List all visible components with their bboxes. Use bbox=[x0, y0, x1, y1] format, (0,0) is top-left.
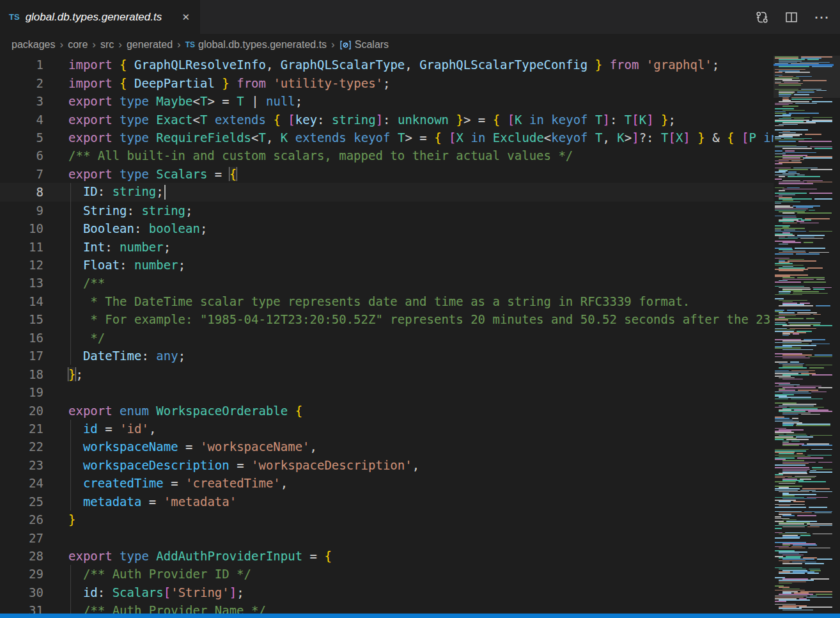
code-line[interactable]: 9 String: string; bbox=[0, 202, 774, 219]
code-line[interactable]: 4export type Exact<T extends { [key: str… bbox=[0, 110, 774, 128]
code-line[interactable]: 11 Int: number; bbox=[0, 237, 774, 255]
indent-guide bbox=[70, 565, 71, 583]
chevron-right-icon: › bbox=[118, 38, 122, 51]
breadcrumb-item-src[interactable]: src bbox=[100, 39, 114, 51]
indent-guide bbox=[70, 420, 71, 438]
indent-guide bbox=[70, 438, 71, 456]
line-number: 9 bbox=[0, 203, 43, 218]
indent-guide bbox=[70, 474, 71, 492]
open-changes-icon[interactable] bbox=[755, 10, 769, 24]
code-line[interactable]: 25 metadata = 'metadata' bbox=[0, 493, 774, 511]
symbol-type-icon bbox=[339, 39, 352, 51]
more-actions-icon[interactable]: ⋯ bbox=[814, 10, 830, 25]
line-number: 16 bbox=[0, 331, 43, 345]
breadcrumb-item-file[interactable]: TS global.db.types.generated.ts bbox=[185, 39, 327, 51]
code-line[interactable]: 31 /** Auth Provider Name */ bbox=[0, 601, 774, 614]
line-number: 26 bbox=[0, 512, 43, 527]
code-line[interactable]: 14 * The DateTime scalar type represents… bbox=[0, 292, 774, 310]
text-cursor bbox=[164, 185, 166, 200]
line-number: 8 bbox=[0, 185, 43, 199]
line-number: 14 bbox=[0, 294, 43, 308]
bottom-highlight-bar bbox=[0, 614, 840, 618]
line-number: 1 bbox=[0, 58, 43, 72]
code-line[interactable]: 7export type Scalars = { bbox=[0, 165, 774, 183]
typescript-file-icon: TS bbox=[185, 40, 195, 49]
indent-guide bbox=[70, 256, 71, 274]
code-line[interactable]: 15 * For example: "1985-04-12T23:20:50.5… bbox=[0, 310, 774, 328]
breadcrumb-file-label: global.db.types.generated.ts bbox=[198, 39, 327, 51]
indent-guide bbox=[70, 202, 71, 219]
tab-title: global.db.types.generated.ts bbox=[26, 11, 174, 24]
indent-guide bbox=[70, 493, 71, 511]
indent-guide bbox=[70, 583, 71, 601]
line-number: 25 bbox=[0, 495, 43, 509]
line-number: 11 bbox=[0, 240, 43, 254]
code-line[interactable]: 10 Boolean: boolean; bbox=[0, 219, 774, 237]
chevron-right-icon: › bbox=[177, 38, 181, 51]
indent-guide bbox=[70, 310, 71, 328]
code-line[interactable]: 5export type RequireFields<T, K extends … bbox=[0, 129, 774, 147]
breadcrumb-item-generated[interactable]: generated bbox=[127, 39, 173, 51]
chevron-right-icon: › bbox=[60, 38, 64, 51]
line-number: 24 bbox=[0, 476, 43, 490]
line-number: 17 bbox=[0, 349, 43, 363]
line-number: 19 bbox=[0, 385, 43, 399]
line-number: 7 bbox=[0, 167, 43, 181]
editor[interactable]: 1import { GraphQLResolveInfo, GraphQLSca… bbox=[0, 56, 840, 614]
code-line[interactable]: 24 createdTime = 'createdTime', bbox=[0, 474, 774, 492]
code-line[interactable]: 26} bbox=[0, 511, 774, 528]
indent-guide bbox=[70, 601, 71, 614]
line-number: 21 bbox=[0, 422, 43, 436]
minimap-content bbox=[775, 56, 834, 614]
breadcrumb-item-packages[interactable]: packages bbox=[12, 39, 56, 51]
minimap-slider[interactable] bbox=[774, 56, 840, 98]
breadcrumb: packages › core › src › generated › TS g… bbox=[0, 34, 840, 56]
code-line[interactable]: 16 */ bbox=[0, 329, 774, 347]
code-line[interactable]: 29 /** Auth Provider ID */ bbox=[0, 565, 774, 583]
indent-guide bbox=[70, 292, 71, 310]
editor-actions: ⋯ bbox=[755, 0, 840, 34]
minimap[interactable] bbox=[774, 56, 840, 614]
code-line[interactable]: 28export type AddAuthProviderInput = { bbox=[0, 547, 774, 565]
split-editor-icon[interactable] bbox=[784, 10, 798, 24]
breadcrumb-item-core[interactable]: core bbox=[68, 39, 88, 51]
tab-global-db-types-generated[interactable]: TS global.db.types.generated.ts ✕ bbox=[0, 0, 200, 34]
code-line[interactable]: 6/** All built-in and custom scalars, ma… bbox=[0, 147, 774, 164]
code-line[interactable]: 1import { GraphQLResolveInfo, GraphQLSca… bbox=[0, 56, 774, 74]
indent-guide bbox=[70, 329, 71, 347]
code-line[interactable]: 8 ID: string; bbox=[0, 183, 774, 201]
code-line[interactable]: 27 bbox=[0, 528, 774, 546]
code-line[interactable]: 22 workspaceName = 'workspaceName', bbox=[0, 438, 774, 456]
code-line[interactable]: 2import { DeepPartial } from 'utility-ty… bbox=[0, 74, 774, 91]
tab-close-icon[interactable]: ✕ bbox=[179, 10, 192, 24]
code-line[interactable]: 18}; bbox=[0, 365, 774, 383]
line-number: 20 bbox=[0, 404, 43, 418]
code-line[interactable]: 17 DateTime: any; bbox=[0, 347, 774, 365]
code-line[interactable]: 3export type Maybe<T> = T | null; bbox=[0, 92, 774, 110]
code-line[interactable]: 30 id: Scalars['String']; bbox=[0, 583, 774, 601]
line-number: 3 bbox=[0, 94, 43, 108]
indent-guide bbox=[70, 456, 71, 474]
line-number: 6 bbox=[0, 148, 43, 162]
line-number: 10 bbox=[0, 221, 43, 235]
breadcrumb-symbol-label: Scalars bbox=[355, 39, 389, 51]
line-number: 31 bbox=[0, 603, 43, 614]
line-number: 27 bbox=[0, 531, 43, 545]
breadcrumb-item-symbol[interactable]: Scalars bbox=[339, 39, 389, 51]
line-number: 4 bbox=[0, 113, 43, 127]
indent-guide bbox=[70, 347, 71, 365]
code-line[interactable]: 20export enum WorkspaceOrderable { bbox=[0, 401, 774, 419]
code-line[interactable]: 13 /** bbox=[0, 274, 774, 292]
tab-bar: TS global.db.types.generated.ts ✕ ⋯ bbox=[0, 0, 840, 34]
line-number: 15 bbox=[0, 312, 43, 326]
code-line[interactable]: 23 workspaceDescription = 'workspaceDesc… bbox=[0, 456, 774, 474]
code-line[interactable]: 12 Float: number; bbox=[0, 256, 774, 274]
line-number: 22 bbox=[0, 440, 43, 454]
line-number: 23 bbox=[0, 458, 43, 472]
code-line[interactable]: 21 id = 'id', bbox=[0, 420, 774, 438]
chevron-right-icon: › bbox=[331, 38, 335, 51]
code-line[interactable]: 19 bbox=[0, 383, 774, 401]
line-number: 5 bbox=[0, 131, 43, 145]
typescript-file-icon: TS bbox=[9, 12, 20, 22]
line-number: 18 bbox=[0, 367, 43, 381]
